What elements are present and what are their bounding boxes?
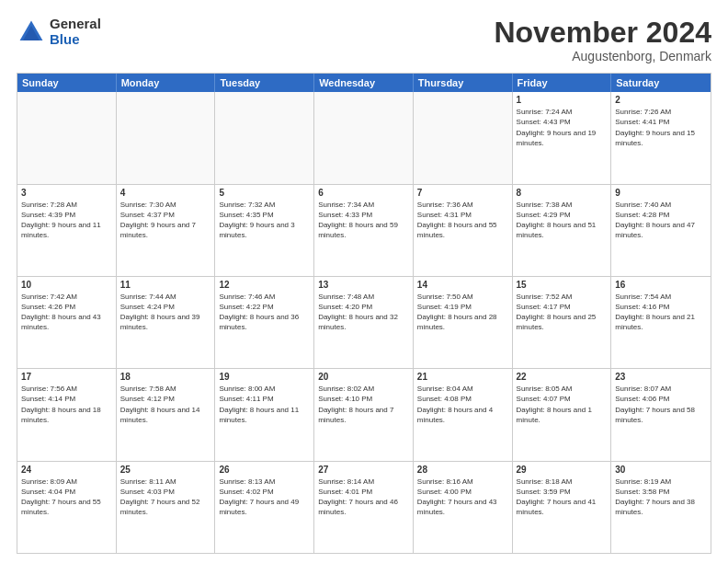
calendar-body: 1Sunrise: 7:24 AMSunset: 4:43 PMDaylight… [17,92,711,553]
day-number: 16 [615,280,707,290]
weekday-header-wednesday: Wednesday [314,74,414,92]
calendar-cell: 8Sunrise: 7:38 AMSunset: 4:29 PMDaylight… [513,185,612,276]
day-number: 25 [120,465,211,475]
day-info: Sunrise: 7:24 AMSunset: 4:43 PMDaylight:… [517,107,608,148]
day-info: Sunrise: 7:28 AMSunset: 4:39 PMDaylight:… [21,200,112,241]
calendar-cell: 21Sunrise: 8:04 AMSunset: 4:08 PMDayligh… [414,369,513,460]
day-info: Sunrise: 8:18 AMSunset: 3:59 PMDaylight:… [517,477,608,518]
title-block: November 2024 Augustenborg, Denmark [494,17,711,63]
weekday-header-saturday: Saturday [611,74,711,92]
calendar-cell: 9Sunrise: 7:40 AMSunset: 4:28 PMDaylight… [611,185,711,276]
day-number: 14 [417,280,508,290]
day-info: Sunrise: 8:19 AMSunset: 3:58 PMDaylight:… [615,477,707,518]
calendar-cell: 10Sunrise: 7:42 AMSunset: 4:26 PMDayligh… [17,277,117,368]
day-number: 19 [219,372,310,382]
day-number: 8 [517,188,608,198]
day-number: 23 [615,372,707,382]
day-info: Sunrise: 8:14 AMSunset: 4:01 PMDaylight:… [318,477,409,518]
calendar-cell [17,92,117,183]
calendar: SundayMondayTuesdayWednesdayThursdayFrid… [17,73,711,554]
logo: General Blue [17,17,101,47]
day-number: 24 [21,465,112,475]
day-info: Sunrise: 7:48 AMSunset: 4:20 PMDaylight:… [318,292,409,333]
location: Augustenborg, Denmark [494,49,711,63]
day-number: 20 [318,372,409,382]
calendar-cell: 11Sunrise: 7:44 AMSunset: 4:24 PMDayligh… [117,277,216,368]
calendar-cell: 23Sunrise: 8:07 AMSunset: 4:06 PMDayligh… [611,369,711,460]
calendar-row-4: 24Sunrise: 8:09 AMSunset: 4:04 PMDayligh… [17,462,711,553]
logo-icon [17,17,46,47]
day-number: 12 [219,280,310,290]
day-number: 27 [318,465,409,475]
weekday-header-sunday: Sunday [17,74,117,92]
day-info: Sunrise: 8:07 AMSunset: 4:06 PMDaylight:… [615,384,707,425]
page: General Blue November 2024 Augustenborg,… [0,0,728,563]
weekday-header-monday: Monday [117,74,216,92]
calendar-cell: 28Sunrise: 8:16 AMSunset: 4:00 PMDayligh… [414,462,513,553]
calendar-cell: 15Sunrise: 7:52 AMSunset: 4:17 PMDayligh… [513,277,612,368]
calendar-cell: 1Sunrise: 7:24 AMSunset: 4:43 PMDaylight… [513,92,612,183]
calendar-cell [314,92,414,183]
day-number: 30 [615,465,707,475]
day-number: 7 [417,188,508,198]
calendar-cell: 22Sunrise: 8:05 AMSunset: 4:07 PMDayligh… [513,369,612,460]
day-info: Sunrise: 8:13 AMSunset: 4:02 PMDaylight:… [219,477,310,518]
day-info: Sunrise: 8:16 AMSunset: 4:00 PMDaylight:… [417,477,508,518]
calendar-cell: 20Sunrise: 8:02 AMSunset: 4:10 PMDayligh… [314,369,414,460]
calendar-cell: 5Sunrise: 7:32 AMSunset: 4:35 PMDaylight… [215,185,314,276]
weekday-header-tuesday: Tuesday [215,74,314,92]
day-info: Sunrise: 8:09 AMSunset: 4:04 PMDaylight:… [21,477,112,518]
logo-general: General [50,16,101,31]
calendar-cell [117,92,216,183]
day-number: 18 [120,372,211,382]
day-info: Sunrise: 7:54 AMSunset: 4:16 PMDaylight:… [615,292,707,333]
calendar-cell: 3Sunrise: 7:28 AMSunset: 4:39 PMDaylight… [17,185,117,276]
calendar-cell: 18Sunrise: 7:58 AMSunset: 4:12 PMDayligh… [117,369,216,460]
day-info: Sunrise: 7:50 AMSunset: 4:19 PMDaylight:… [417,292,508,333]
day-info: Sunrise: 7:40 AMSunset: 4:28 PMDaylight:… [615,200,707,241]
day-info: Sunrise: 7:44 AMSunset: 4:24 PMDaylight:… [120,292,211,333]
day-info: Sunrise: 7:36 AMSunset: 4:31 PMDaylight:… [417,200,508,241]
day-info: Sunrise: 8:02 AMSunset: 4:10 PMDaylight:… [318,384,409,425]
calendar-header: SundayMondayTuesdayWednesdayThursdayFrid… [17,74,711,92]
calendar-cell: 6Sunrise: 7:34 AMSunset: 4:33 PMDaylight… [314,185,414,276]
day-info: Sunrise: 7:32 AMSunset: 4:35 PMDaylight:… [219,200,310,241]
logo-blue: Blue [50,31,80,47]
calendar-row-2: 10Sunrise: 7:42 AMSunset: 4:26 PMDayligh… [17,277,711,369]
calendar-cell: 4Sunrise: 7:30 AMSunset: 4:37 PMDaylight… [117,185,216,276]
day-info: Sunrise: 7:56 AMSunset: 4:14 PMDaylight:… [21,384,112,425]
day-number: 28 [417,465,508,475]
day-info: Sunrise: 7:30 AMSunset: 4:37 PMDaylight:… [120,200,211,241]
calendar-row-0: 1Sunrise: 7:24 AMSunset: 4:43 PMDaylight… [17,92,711,184]
day-info: Sunrise: 7:26 AMSunset: 4:41 PMDaylight:… [615,107,707,148]
calendar-cell: 26Sunrise: 8:13 AMSunset: 4:02 PMDayligh… [215,462,314,553]
calendar-cell: 16Sunrise: 7:54 AMSunset: 4:16 PMDayligh… [611,277,711,368]
calendar-row-1: 3Sunrise: 7:28 AMSunset: 4:39 PMDaylight… [17,185,711,277]
day-number: 21 [417,372,508,382]
calendar-cell: 19Sunrise: 8:00 AMSunset: 4:11 PMDayligh… [215,369,314,460]
calendar-cell: 17Sunrise: 7:56 AMSunset: 4:14 PMDayligh… [17,369,117,460]
day-number: 9 [615,188,707,198]
day-info: Sunrise: 8:05 AMSunset: 4:07 PMDaylight:… [517,384,608,425]
day-number: 11 [120,280,211,290]
day-number: 15 [517,280,608,290]
day-number: 22 [517,372,608,382]
weekday-header-thursday: Thursday [414,74,513,92]
day-number: 10 [21,280,112,290]
day-info: Sunrise: 8:04 AMSunset: 4:08 PMDaylight:… [417,384,508,425]
day-number: 2 [615,95,707,105]
weekday-header-friday: Friday [513,74,612,92]
day-info: Sunrise: 7:58 AMSunset: 4:12 PMDaylight:… [120,384,211,425]
calendar-cell: 13Sunrise: 7:48 AMSunset: 4:20 PMDayligh… [314,277,414,368]
calendar-cell: 14Sunrise: 7:50 AMSunset: 4:19 PMDayligh… [414,277,513,368]
day-number: 29 [517,465,608,475]
logo-text: General Blue [50,17,101,47]
day-number: 3 [21,188,112,198]
day-number: 6 [318,188,409,198]
calendar-row-3: 17Sunrise: 7:56 AMSunset: 4:14 PMDayligh… [17,369,711,461]
day-info: Sunrise: 8:11 AMSunset: 4:03 PMDaylight:… [120,477,211,518]
day-number: 17 [21,372,112,382]
day-info: Sunrise: 7:38 AMSunset: 4:29 PMDaylight:… [517,200,608,241]
day-number: 26 [219,465,310,475]
month-title: November 2024 [494,17,711,49]
